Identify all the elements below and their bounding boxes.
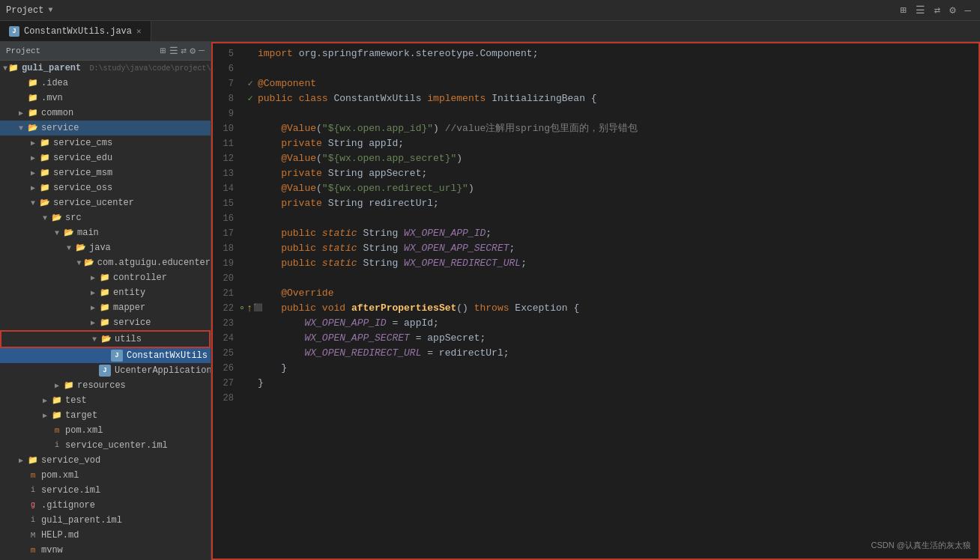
tree-pom-root[interactable]: m pom.xml — [0, 468, 211, 483]
tree-entity[interactable]: ▶ 📁 entity — [0, 285, 211, 300]
test-label: test — [65, 395, 87, 406]
tree-root[interactable]: ▼ 📁 guli_parent D:\study\java\code\proje… — [0, 61, 211, 76]
line-num-21: 21 — [213, 286, 243, 301]
line-num-12: 12 — [213, 151, 243, 166]
line-content-11: private String appId; — [258, 136, 979, 151]
tree-guli-parent-iml[interactable]: i guli_parent.iml — [0, 513, 211, 528]
line-content-25: WX_OPEN_REDIRECT_URL = redirectUrl; — [258, 346, 979, 361]
tree-pom-ucenter[interactable]: m pom.xml — [0, 423, 211, 438]
tree-test[interactable]: ▶ 📁 test — [0, 393, 211, 408]
minimize-icon[interactable]: — — [962, 3, 974, 18]
tree-mvn[interactable]: 📁 .mvn — [0, 91, 211, 106]
code-area[interactable]: 5 import org.springframework.stereotype.… — [213, 43, 979, 559]
entity-arrow: ▶ — [87, 288, 99, 297]
iml-ucenter-label: service_ucenter.iml — [65, 440, 168, 451]
line-num-20: 20 — [213, 271, 243, 286]
service-iml-label: service.iml — [41, 485, 100, 496]
tree-resources[interactable]: ▶ 📁 resources — [0, 378, 211, 393]
tree-service[interactable]: ▼ 📂 service — [0, 121, 211, 136]
sidebar-icon-5[interactable]: — — [199, 45, 205, 57]
code-line-28: 28 — [213, 391, 979, 406]
settings-icon[interactable]: ⚙ — [946, 2, 958, 18]
com-atguigu-arrow: ▼ — [75, 259, 83, 267]
service-iml-icon: i — [27, 484, 39, 496]
tree-controller[interactable]: ▶ 📁 controller — [0, 270, 211, 285]
controller-label: controller — [113, 273, 167, 283]
tree-service-vod[interactable]: ▶ 📁 service_vod — [0, 453, 211, 468]
gutter-22: ⚬ ↑ ⬛ — [243, 301, 258, 316]
code-line-15: 15 private String redirectUrl; — [213, 196, 979, 211]
service-cms-arrow: ▶ — [27, 139, 39, 147]
code-line-25: 25 WX_OPEN_REDIRECT_URL = redirectUrl; — [213, 346, 979, 361]
resources-icon: 📁 — [63, 380, 75, 392]
tree-constant-wx-utils[interactable]: J ConstantWxUtils — [0, 348, 211, 363]
tree-mapper[interactable]: ▶ 📁 mapper — [0, 300, 211, 315]
sidebar-icon-3[interactable]: ⇄ — [181, 45, 187, 57]
code-line-17: 17 public static String WX_OPEN_APP_ID; — [213, 226, 979, 241]
tree-target[interactable]: ▶ 📁 target — [0, 408, 211, 423]
layout-icon[interactable]: ⊞ — [897, 2, 909, 18]
tree-main[interactable]: ▼ 📂 main — [0, 225, 211, 240]
code-line-9: 9 — [213, 106, 979, 121]
tree-service-oss[interactable]: ▶ 📁 service_oss — [0, 180, 211, 195]
service-vod-arrow: ▶ — [15, 456, 27, 465]
line-num-25: 25 — [213, 346, 243, 361]
project-dropdown-icon[interactable]: ▼ — [48, 6, 52, 14]
line-num-18: 18 — [213, 241, 243, 256]
tree-com-atguigu[interactable]: ▼ 📂 com.atguigu.educenter — [0, 255, 211, 270]
sidebar-icon-4[interactable]: ⚙ — [190, 45, 196, 57]
tree-service-cms[interactable]: ▶ 📁 service_cms — [0, 136, 211, 150]
tree-service-iml[interactable]: i service.iml — [0, 483, 211, 498]
tree-utils[interactable]: ▼ 📂 utils — [0, 330, 211, 348]
sidebar-icon-1[interactable]: ⊞ — [160, 45, 166, 57]
line-num-23: 23 — [213, 316, 243, 331]
service-ucenter-icon: 📂 — [39, 197, 51, 209]
tree-java[interactable]: ▼ 📂 java — [0, 240, 211, 255]
line-content-5: import org.springframework.stereotype.Co… — [258, 46, 979, 61]
code-line-14: 14 @Value("${wx.open.redirect_url}") — [213, 181, 979, 196]
code-line-22: 22 ⚬ ↑ ⬛ public void afterPropertiesSet(… — [213, 301, 979, 316]
tree-idea[interactable]: 📁 .idea — [0, 76, 211, 91]
ucenter-app-label: UcenterApplication — [115, 365, 211, 376]
entity-label: entity — [113, 287, 145, 298]
line-num-13: 13 — [213, 166, 243, 181]
tree-ucenter-app[interactable]: J UcenterApplication — [0, 363, 211, 378]
gutter-8: ✓ — [243, 91, 258, 106]
service-arrow: ▼ — [15, 124, 27, 133]
target-arrow: ▶ — [39, 411, 51, 420]
tree-mvnw[interactable]: m mvnw — [0, 543, 211, 558]
line-content-15: private String redirectUrl; — [258, 196, 979, 211]
tree-src[interactable]: ▼ 📂 src — [0, 210, 211, 225]
controller-arrow: ▶ — [87, 273, 99, 282]
tab-close-icon[interactable]: ✕ — [136, 26, 142, 36]
code-line-20: 20 — [213, 271, 979, 286]
tree-service-sub[interactable]: ▶ 📁 service — [0, 315, 211, 330]
gutter-7: ✓ — [243, 76, 258, 91]
line-content-6 — [258, 61, 979, 76]
tree-service-ucenter[interactable]: ▼ 📂 service_ucenter — [0, 195, 211, 210]
line-num-6: 6 — [213, 61, 243, 76]
common-folder-icon: 📁 — [27, 107, 39, 119]
tab-constant-wx-utils[interactable]: J ConstantWxUtils.java ✕ — [0, 21, 151, 41]
code-line-11: 11 private String appId; — [213, 136, 979, 151]
tree-service-msm[interactable]: ▶ 📁 service_msm — [0, 165, 211, 180]
arrows-icon[interactable]: ⇄ — [931, 2, 943, 18]
tree-help-md[interactable]: M HELP.md — [0, 528, 211, 543]
line-num-10: 10 — [213, 121, 243, 136]
service-cms-label: service_cms — [53, 138, 112, 148]
sidebar-icon-2[interactable]: ☰ — [169, 45, 178, 57]
line-num-19: 19 — [213, 256, 243, 271]
line-content-16 — [258, 211, 979, 226]
help-md-label: HELP.md — [41, 530, 79, 541]
tree-gitignore[interactable]: g .gitignore — [0, 498, 211, 513]
list-icon[interactable]: ☰ — [913, 2, 928, 18]
code-line-7: 7 ✓ @Component — [213, 76, 979, 91]
tree-common[interactable]: ▶ 📁 common — [0, 106, 211, 121]
tree-iml-ucenter[interactable]: i service_ucenter.iml — [0, 438, 211, 453]
service-ucenter-label: service_ucenter — [53, 198, 134, 208]
constant-wx-utils-java-icon: J — [111, 350, 123, 362]
line-num-5: 5 — [213, 46, 243, 61]
tree-service-edu[interactable]: ▶ 📁 service_edu — [0, 150, 211, 165]
service-oss-label: service_oss — [53, 183, 112, 193]
idea-folder-icon: 📁 — [27, 77, 39, 89]
